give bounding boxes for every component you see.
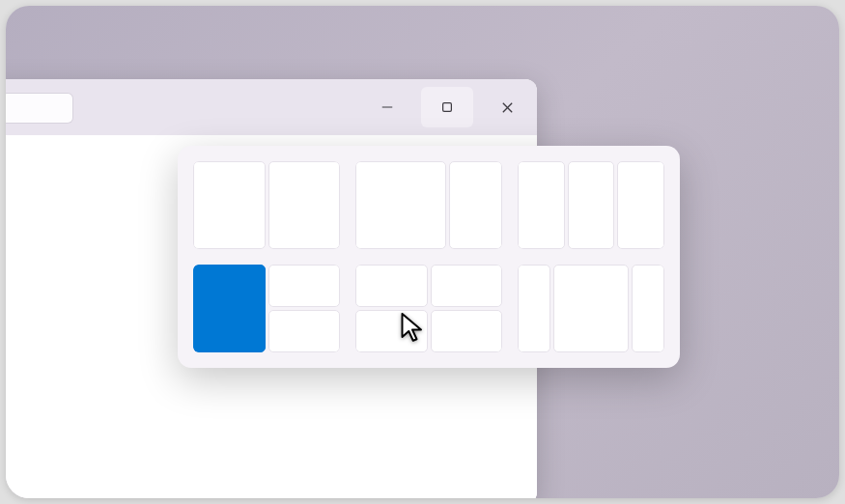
snap-cell[interactable] xyxy=(553,265,629,352)
titlebar[interactable] xyxy=(6,79,537,135)
window-controls xyxy=(357,79,537,135)
snap-layout-three-columns[interactable] xyxy=(518,161,664,249)
snap-cell[interactable] xyxy=(355,265,428,307)
minimize-button[interactable] xyxy=(357,79,417,135)
snap-layout-two-left-wide[interactable] xyxy=(355,161,502,249)
snap-layout-three-center-wide[interactable] xyxy=(518,265,664,352)
snap-cell[interactable] xyxy=(449,161,502,249)
minimize-icon xyxy=(380,100,395,114)
maximize-icon xyxy=(440,100,454,114)
snap-cell-selected[interactable] xyxy=(193,265,266,352)
snap-cell[interactable] xyxy=(617,161,664,249)
desktop-viewport xyxy=(6,6,839,498)
snap-layout-left-half-right-split[interactable] xyxy=(193,265,340,352)
snap-layouts-flyout[interactable] xyxy=(178,146,680,368)
snap-layout-two-equal[interactable] xyxy=(193,161,340,249)
svg-rect-1 xyxy=(443,103,452,112)
snap-cell[interactable] xyxy=(518,265,550,352)
snap-cell[interactable] xyxy=(431,265,503,307)
snap-cell[interactable] xyxy=(568,161,615,249)
snap-cell[interactable] xyxy=(518,161,565,249)
snap-cell[interactable] xyxy=(268,161,341,249)
snap-cell[interactable] xyxy=(632,265,664,352)
maximize-button[interactable] xyxy=(421,87,473,127)
address-field[interactable] xyxy=(6,93,73,124)
snap-layout-four-quadrants[interactable] xyxy=(355,265,502,352)
snap-cell[interactable] xyxy=(268,310,341,352)
close-icon xyxy=(500,100,515,115)
snap-cell[interactable] xyxy=(268,265,341,307)
snap-cell[interactable] xyxy=(355,161,446,249)
snap-cell[interactable] xyxy=(431,310,503,352)
snap-cell[interactable] xyxy=(355,310,428,352)
close-button[interactable] xyxy=(477,79,537,135)
snap-cell[interactable] xyxy=(193,161,266,249)
